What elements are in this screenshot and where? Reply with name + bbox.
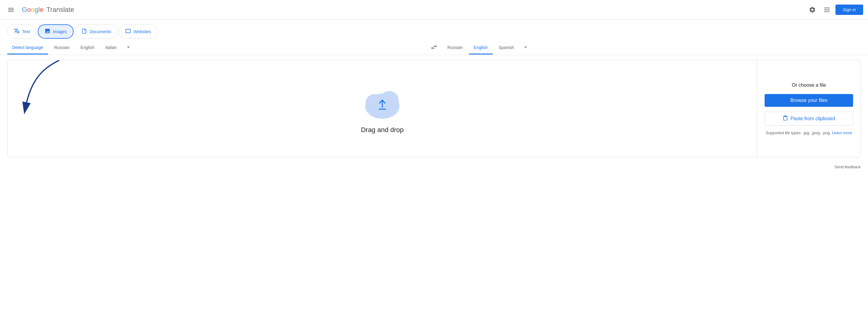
sign-in-button[interactable]: Sign in bbox=[835, 5, 863, 15]
tab-documents[interactable]: Documents bbox=[75, 24, 118, 39]
tabs-section: Text Images Documents Websites bbox=[0, 20, 868, 39]
tab-images-label: Images bbox=[53, 29, 67, 34]
source-italian-button[interactable]: Italian bbox=[100, 41, 121, 55]
header-left: Google Translate bbox=[5, 4, 74, 16]
tab-websites[interactable]: Websites bbox=[119, 24, 157, 39]
source-lang-dropdown[interactable] bbox=[123, 42, 134, 54]
send-feedback-link[interactable]: Send feedback bbox=[834, 164, 861, 169]
choose-file-label: Or choose a file bbox=[792, 83, 826, 88]
tab-text[interactable]: Text bbox=[7, 24, 36, 39]
paste-clipboard-button[interactable]: Paste from clipboard bbox=[765, 112, 853, 126]
arrow-annotation bbox=[17, 60, 65, 119]
feedback-row: Send feedback bbox=[0, 162, 868, 172]
websites-tab-icon bbox=[125, 28, 131, 35]
menu-button[interactable] bbox=[5, 4, 17, 16]
documents-tab-icon bbox=[81, 28, 87, 35]
supported-file-types: Supported file types: .jpg, .jpeg, .png.… bbox=[766, 130, 852, 135]
language-bar: Detect language Russian English Italian … bbox=[0, 41, 868, 55]
source-english-button[interactable]: English bbox=[76, 41, 99, 55]
tab-text-label: Text bbox=[22, 29, 30, 34]
settings-button[interactable] bbox=[806, 4, 818, 16]
header-right: Sign in bbox=[806, 4, 863, 16]
logo-translate-label: Translate bbox=[45, 6, 74, 14]
main-content: Drag and drop Or choose a file Browse yo… bbox=[0, 55, 868, 162]
detect-language-button[interactable]: Detect language bbox=[7, 41, 48, 55]
browse-files-button[interactable]: Browse your files bbox=[765, 94, 853, 107]
tab-images[interactable]: Images bbox=[38, 24, 73, 39]
text-tab-icon bbox=[14, 28, 20, 35]
source-russian-button[interactable]: Russian bbox=[49, 41, 74, 55]
apps-button[interactable] bbox=[821, 4, 833, 16]
learn-more-link[interactable]: Learn more bbox=[832, 130, 852, 135]
target-russian-button[interactable]: Russian bbox=[442, 41, 468, 55]
drag-drop-label: Drag and drop bbox=[361, 126, 404, 134]
clipboard-icon bbox=[782, 115, 788, 122]
source-lang-section: Detect language Russian English Italian bbox=[7, 41, 426, 55]
right-panel: Or choose a file Browse your files Paste… bbox=[757, 60, 861, 157]
upload-drop-area[interactable]: Drag and drop bbox=[7, 60, 757, 157]
logo: Google Translate bbox=[22, 6, 74, 14]
target-english-button[interactable]: English bbox=[469, 41, 493, 55]
swap-languages-button[interactable] bbox=[426, 41, 442, 55]
target-lang-dropdown[interactable] bbox=[520, 42, 531, 54]
cloud-upload-icon bbox=[358, 83, 407, 120]
tab-websites-label: Websites bbox=[133, 29, 151, 34]
tab-documents-label: Documents bbox=[90, 29, 111, 34]
header: Google Translate Sign in bbox=[0, 0, 868, 20]
target-lang-section: Russian English Spanish bbox=[442, 41, 861, 55]
target-spanish-button[interactable]: Spanish bbox=[494, 41, 519, 55]
images-tab-icon bbox=[44, 28, 51, 35]
paste-clipboard-label: Paste from clipboard bbox=[790, 116, 835, 121]
